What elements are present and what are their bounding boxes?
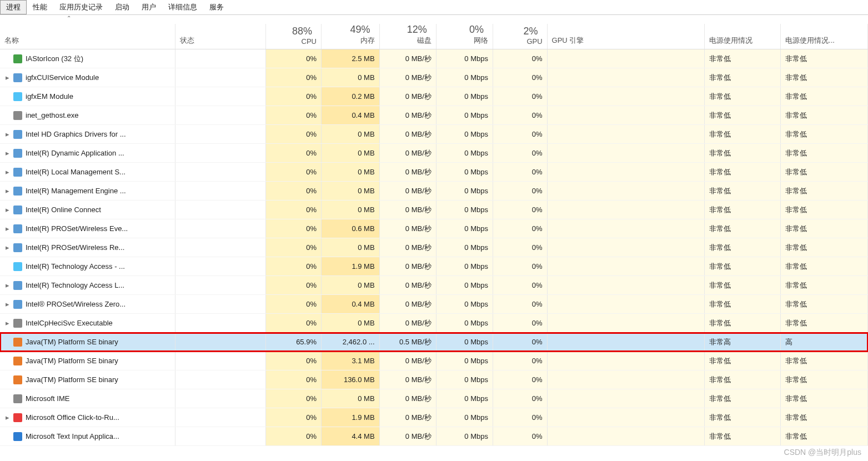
pwr-cell: 非常低 (705, 144, 781, 163)
cpu-cell: 0% (266, 49, 322, 68)
pwrt-cell: 非常低 (781, 408, 868, 427)
col-gpu-header[interactable]: GPU (498, 37, 543, 46)
table-row[interactable]: ▸igfxCUIService Module0%0 MB0 MB/秒0 Mbps… (0, 68, 868, 87)
expand-icon[interactable]: ▸ (4, 206, 10, 214)
expand-icon[interactable]: ▸ (4, 281, 10, 289)
process-name: Java(TM) Platform SE binary (26, 357, 118, 365)
table-row[interactable]: ▸Intel(R) Management Engine ...0%0 MB0 M… (0, 182, 868, 201)
pwr-cell: 非常低 (705, 389, 781, 408)
expand-icon[interactable]: ▸ (4, 187, 10, 195)
app-icon (13, 130, 22, 139)
process-name: inet_gethost.exe (26, 111, 78, 119)
disk-cell: 0 MB/秒 (379, 106, 436, 125)
disk-cell: 0 MB/秒 (379, 68, 436, 87)
expand-icon[interactable]: ▸ (4, 319, 10, 327)
net-cell: 0 Mbps (436, 144, 493, 163)
header-row[interactable]: 名称 状态 88% CPU 49% 内存 12% 磁盘 0% 网络 2% (0, 24, 868, 49)
table-row[interactable]: ▸Intel(R) PROSet/Wireless Re...0%0 MB0 M… (0, 238, 868, 257)
tab-5[interactable]: 详细信息 (162, 0, 203, 14)
gpu-cell: 0% (493, 427, 548, 446)
app-icon (13, 281, 22, 290)
pwrt-cell: 非常低 (781, 370, 868, 389)
table-row[interactable]: ▸Intel(R) PROSet/Wireless Eve...0%0.6 MB… (0, 219, 868, 238)
gpue-cell (547, 333, 704, 352)
table-row[interactable]: igfxEM Module0%0.2 MB0 MB/秒0 Mbps0%非常低非常… (0, 87, 868, 106)
gpue-cell (547, 219, 704, 238)
gpue-cell (547, 201, 704, 219)
expand-icon[interactable]: ▸ (4, 168, 10, 176)
net-cell: 0 Mbps (436, 276, 493, 295)
table-row[interactable]: Java(TM) Platform SE binary0%3.1 MB0 MB/… (0, 352, 868, 370)
table-row[interactable]: ▸Intel(R) Online Connect0%0 MB0 MB/秒0 Mb… (0, 201, 868, 219)
col-disk-header[interactable]: 磁盘 (384, 36, 432, 46)
expand-icon[interactable]: ▸ (4, 149, 10, 157)
cpu-cell: 0% (266, 427, 322, 446)
net-cell: 0 Mbps (436, 49, 493, 68)
tab-6[interactable]: 服务 (203, 0, 230, 14)
table-row[interactable]: ▸Intel(R) Local Management S...0%0 MB0 M… (0, 163, 868, 182)
table-row[interactable]: ▸Intel® PROSet/Wireless Zero...0%0.4 MB0… (0, 295, 868, 314)
table-row[interactable]: ▸Intel(R) Technology Access L...0%0 MB0 … (0, 276, 868, 295)
col-status-header[interactable]: 状态 (180, 36, 261, 46)
table-row[interactable]: Microsoft IME0%0 MB0 MB/秒0 Mbps0%非常低非常低 (0, 389, 868, 408)
app-icon (13, 111, 22, 120)
process-rows: IAStorIcon (32 位)0%2.5 MB0 MB/秒0 Mbps0%非… (0, 49, 868, 446)
pwr-cell: 非常低 (705, 238, 781, 257)
gpu-cell: 0% (493, 49, 548, 68)
disk-cell: 0 MB/秒 (379, 163, 436, 182)
pwrt-cell: 非常低 (781, 257, 868, 276)
tab-0[interactable]: 进程 (0, 0, 27, 14)
col-mem-header[interactable]: 内存 (326, 36, 375, 46)
expand-icon[interactable]: ▸ (4, 130, 10, 138)
expand-icon[interactable]: ▸ (4, 73, 10, 82)
table-row[interactable]: ▸Intel(R) Dynamic Application ...0%0 MB0… (0, 144, 868, 163)
expand-icon[interactable]: ▸ (4, 300, 10, 308)
mem-cell: 0 MB (322, 201, 380, 219)
process-name: Intel(R) Online Connect (26, 206, 101, 214)
pwr-cell: 非常低 (705, 163, 781, 182)
app-icon (13, 413, 22, 422)
col-name-header[interactable]: 名称 (4, 36, 170, 46)
net-cell: 0 Mbps (436, 257, 493, 276)
app-icon (13, 149, 22, 158)
table-row[interactable]: ▸Microsoft Office Click-to-Ru...0%1.9 MB… (0, 408, 868, 427)
col-net-header[interactable]: 网络 (441, 36, 488, 46)
disk-cell: 0 MB/秒 (379, 408, 436, 427)
expand-icon[interactable]: ▸ (4, 413, 10, 422)
cpu-cell: 0% (266, 144, 322, 163)
tab-4[interactable]: 用户 (136, 0, 162, 14)
col-gpue-header[interactable]: GPU 引擎 (552, 36, 700, 46)
table-row[interactable]: ▸Intel HD Graphics Drivers for ...0%0 MB… (0, 125, 868, 144)
cpu-cell: 65.9% (266, 333, 322, 352)
disk-pct: 12% (384, 24, 432, 36)
tab-2[interactable]: 应用历史记录 (53, 0, 109, 14)
process-name: Intel(R) PROSet/Wireless Re... (26, 243, 124, 252)
table-row[interactable]: Intel(R) Technology Access - ...0%1.9 MB… (0, 257, 868, 276)
pwr-cell: 非常低 (705, 182, 781, 201)
gpue-cell (547, 389, 704, 408)
table-row[interactable]: inet_gethost.exe0%0.4 MB0 MB/秒0 Mbps0%非常… (0, 106, 868, 125)
mem-cell: 0 MB (322, 238, 380, 257)
process-name: Microsoft Office Click-to-Ru... (26, 413, 119, 422)
expand-icon[interactable]: ▸ (4, 224, 10, 233)
expand-icon[interactable]: ▸ (4, 243, 10, 252)
gpu-cell: 0% (493, 276, 548, 295)
app-icon (13, 73, 22, 82)
tab-1[interactable]: 性能 (27, 0, 53, 14)
cpu-cell: 0% (266, 68, 322, 87)
pwrt-cell: 非常低 (781, 295, 868, 314)
disk-cell: 0 MB/秒 (379, 389, 436, 408)
gpu-cell: 0% (493, 333, 548, 352)
tab-3[interactable]: 启动 (109, 0, 136, 14)
table-row[interactable]: IAStorIcon (32 位)0%2.5 MB0 MB/秒0 Mbps0%非… (0, 49, 868, 68)
col-pwr-header[interactable]: 电源使用情况 (709, 36, 776, 46)
cpu-cell: 0% (266, 87, 322, 106)
col-pwrt-header[interactable]: 电源使用情况... (785, 36, 863, 46)
gpu-cell: 0% (493, 106, 548, 125)
table-row[interactable]: Java(TM) Platform SE binary0%136.0 MB0 M… (0, 370, 868, 389)
table-row[interactable]: ▸IntelCpHeciSvc Executable0%0 MB0 MB/秒0 … (0, 314, 868, 333)
gpue-cell (547, 238, 704, 257)
table-row[interactable]: Microsoft Text Input Applica...0%4.4 MB0… (0, 427, 868, 446)
col-cpu-header[interactable]: CPU (270, 37, 317, 46)
table-row[interactable]: Java(TM) Platform SE binary65.9%2,462.0 … (0, 333, 868, 352)
